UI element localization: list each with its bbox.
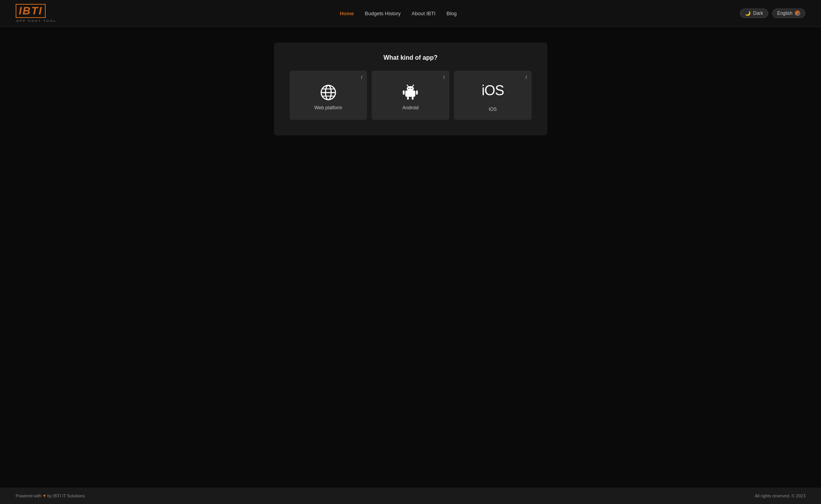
main-content: What kind of app? i Web platform bbox=[0, 27, 821, 488]
footer-left: Powered with ♥ by IBTI IT Solutions bbox=[16, 493, 85, 499]
option-web-platform[interactable]: i Web platform bbox=[290, 71, 367, 120]
nav-controls: 🌙 Dark English bbox=[740, 9, 805, 18]
svg-rect-13 bbox=[407, 97, 409, 100]
svg-line-9 bbox=[407, 85, 408, 87]
lang-dot-icon bbox=[795, 11, 800, 16]
svg-line-10 bbox=[413, 85, 414, 87]
svg-point-7 bbox=[409, 88, 410, 89]
nav-blog[interactable]: Blog bbox=[447, 11, 457, 16]
info-badge-ios[interactable]: i bbox=[525, 75, 527, 80]
language-toggle[interactable]: English bbox=[772, 9, 805, 18]
option-label-android: Android bbox=[402, 105, 419, 110]
svg-point-6 bbox=[407, 86, 414, 91]
option-android[interactable]: i bbox=[372, 71, 449, 120]
dark-label: Dark bbox=[753, 11, 763, 16]
footer-copyright: All rights reserved. © 2023 bbox=[755, 493, 805, 498]
app-type-card: What kind of app? i Web platform bbox=[274, 43, 547, 135]
svg-rect-12 bbox=[416, 91, 418, 95]
heart-icon: ♥ bbox=[43, 493, 46, 499]
nav-budgets-history[interactable]: Budgets History bbox=[365, 11, 401, 16]
option-label-ios: IOS bbox=[489, 107, 497, 112]
nav-home[interactable]: Home bbox=[340, 11, 354, 16]
logo-subtitle: APP COST TOOL bbox=[16, 19, 57, 23]
footer-by-text: by IBTI IT Solutions bbox=[47, 493, 85, 498]
options-grid: i Web platform i bbox=[290, 71, 532, 120]
svg-rect-14 bbox=[412, 97, 414, 100]
svg-point-8 bbox=[411, 88, 413, 89]
nav-about[interactable]: About IBTI bbox=[411, 11, 435, 16]
android-icon bbox=[402, 84, 419, 101]
card-title: What kind of app? bbox=[290, 54, 532, 61]
svg-rect-11 bbox=[403, 91, 405, 95]
logo: IBTI APP COST TOOL bbox=[16, 4, 57, 23]
info-badge-web[interactable]: i bbox=[361, 75, 362, 80]
info-badge-android[interactable]: i bbox=[443, 75, 444, 80]
moon-icon: 🌙 bbox=[745, 11, 751, 16]
footer-powered-text: Powered with bbox=[16, 493, 41, 498]
main-nav: Home Budgets History About IBTI Blog bbox=[340, 11, 456, 16]
dark-mode-toggle[interactable]: 🌙 Dark bbox=[740, 9, 768, 18]
logo-text: IBTI bbox=[16, 4, 46, 18]
ios-icon: iOS bbox=[482, 82, 504, 103]
footer-right: All rights reserved. © 2023 bbox=[755, 493, 805, 498]
option-ios[interactable]: i iOS IOS bbox=[454, 71, 532, 120]
option-label-web: Web platform bbox=[314, 105, 342, 110]
lang-label: English bbox=[777, 11, 793, 16]
svg-rect-5 bbox=[406, 91, 416, 97]
footer: Powered with ♥ by IBTI IT Solutions All … bbox=[0, 488, 821, 504]
globe-icon bbox=[320, 84, 337, 101]
